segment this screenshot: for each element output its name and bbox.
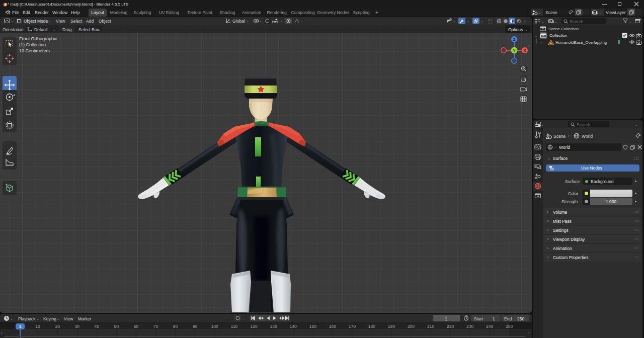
svg-text:X: X xyxy=(523,48,526,53)
svg-text:Z: Z xyxy=(513,37,516,42)
svg-text:Y: Y xyxy=(513,48,515,53)
